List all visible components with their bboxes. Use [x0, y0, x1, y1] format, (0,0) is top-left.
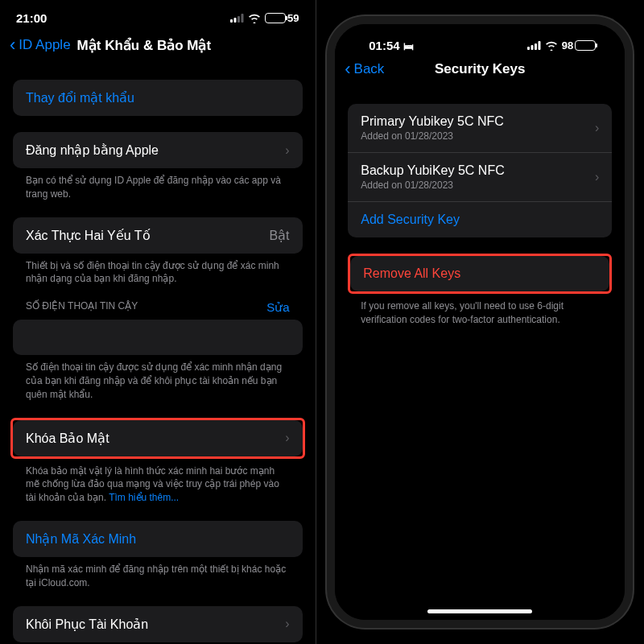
home-indicator[interactable] [427, 609, 532, 613]
two-factor-label: Xác Thực Hai Yếu Tố [26, 228, 151, 243]
nav-header: ‹ Back Security Keys [335, 56, 625, 88]
chevron-left-icon: ‹ [10, 36, 15, 54]
svg-rect-7 [538, 41, 540, 50]
svg-rect-0 [230, 19, 233, 23]
recovery-label: Khôi Phục Tài Khoản [26, 617, 148, 632]
trusted-phone-footer: Số điện thoại tin cậy được sử dụng để xá… [13, 355, 303, 401]
two-factor-status: Bật [269, 228, 289, 243]
phone-frame: 01:54🛏 98 ‹ [327, 16, 633, 628]
key-added-date: Added on 01/28/2023 [361, 130, 504, 142]
change-password-cell[interactable]: Thay đổi mật khẩu [13, 80, 303, 116]
get-code-label: Nhận Mã Xác Minh [26, 531, 136, 547]
sign-in-apple-footer: Bạn có thể sử dụng ID Apple để đăng nhập… [13, 168, 303, 201]
wifi-icon [248, 14, 261, 23]
chevron-left-icon: ‹ [345, 60, 350, 78]
remove-all-label: Remove All Keys [363, 266, 460, 281]
chevron-right-icon: › [285, 617, 289, 631]
svg-rect-1 [234, 18, 237, 23]
change-password-label: Thay đổi mật khẩu [26, 90, 134, 105]
get-verification-code-cell[interactable]: Nhận Mã Xác Minh [13, 521, 303, 557]
remove-all-keys-cell[interactable]: Remove All Keys [350, 256, 609, 291]
key-name: Primary Yubikey 5C NFC [361, 114, 504, 129]
sign-in-with-apple-cell[interactable]: Đăng nhập bằng Apple › [13, 132, 303, 168]
nav-header: ‹ ID Apple Mật Khẩu & Bảo Mật [0, 31, 316, 64]
security-keys-screen-container: 01:54🛏 98 ‹ [316, 0, 645, 644]
chevron-right-icon: › [285, 143, 289, 158]
svg-rect-3 [242, 14, 244, 23]
settings-password-security-screen: 21:00 59 ‹ ID Apple Mật Khẩu & Bảo Mật T… [0, 0, 316, 644]
dynamic-island [436, 34, 524, 58]
remove-all-keys-highlight: Remove All Keys [348, 254, 612, 294]
cellular-signal-icon [527, 41, 541, 50]
get-code-footer: Nhận mã xác minh để đăng nhập trên một t… [13, 557, 303, 590]
svg-rect-2 [237, 16, 240, 23]
back-label: ID Apple [19, 37, 70, 53]
chevron-right-icon: › [595, 170, 599, 184]
remove-all-footer: If you remove all keys, you'll need to u… [348, 294, 612, 327]
key-name: Backup YubiKey 5C NFC [361, 163, 504, 178]
security-key-label: Khóa Bảo Mật [26, 431, 109, 446]
learn-more-link[interactable]: Tìm hiểu thêm... [109, 492, 179, 503]
battery-indicator: 98 [562, 39, 596, 52]
trusted-phone-header: SỐ ĐIỆN THOẠI TIN CẬY Sửa [13, 286, 303, 320]
security-key-footer: Khóa bảo mật vật lý là hình thức xác min… [13, 459, 303, 505]
chevron-right-icon: › [285, 431, 289, 445]
nav-title: Security Keys [435, 61, 525, 77]
cellular-signal-icon [230, 14, 244, 23]
back-button[interactable]: ‹ Back [345, 60, 384, 78]
sign-in-apple-label: Đăng nhập bằng Apple [26, 142, 159, 158]
back-button[interactable]: ‹ ID Apple [10, 36, 71, 54]
key-added-date: Added on 01/28/2023 [361, 180, 504, 191]
svg-rect-5 [530, 45, 533, 50]
status-bar: 21:00 59 [0, 0, 316, 31]
wifi-icon [545, 41, 558, 51]
security-key-cell[interactable]: Khóa Bảo Mật › [13, 420, 303, 456]
add-key-label: Add Security Key [361, 213, 460, 227]
security-key-item[interactable]: Backup YubiKey 5C NFC Added on 01/28/202… [348, 153, 612, 202]
svg-rect-6 [535, 43, 537, 50]
sleep-mode-icon: 🛏 [403, 40, 414, 52]
status-time: 21:00 [16, 11, 47, 25]
trusted-phone-cell[interactable] [13, 320, 303, 355]
trusted-phone-header-label: SỐ ĐIỆN THOẠI TIN CẬY [26, 300, 138, 315]
two-factor-footer: Thiết bị và số điện thoại tin cậy được s… [13, 254, 303, 287]
security-key-highlight: Khóa Bảo Mật › [10, 418, 305, 459]
chevron-right-icon: › [595, 121, 599, 135]
edit-button[interactable]: Sửa [266, 300, 289, 315]
security-key-item[interactable]: Primary Yubikey 5C NFC Added on 01/28/20… [348, 104, 612, 153]
add-security-key-cell[interactable]: Add Security Key [348, 202, 612, 237]
two-factor-cell[interactable]: Xác Thực Hai Yếu Tố Bật [13, 217, 303, 254]
account-recovery-cell[interactable]: Khôi Phục Tài Khoản › [13, 606, 303, 642]
svg-rect-4 [527, 47, 530, 50]
nav-title: Mật Khẩu & Bảo Mật [77, 37, 212, 54]
back-label: Back [354, 61, 385, 77]
battery-indicator: 59 [265, 12, 299, 24]
status-time: 01:54🛏 [369, 39, 413, 52]
